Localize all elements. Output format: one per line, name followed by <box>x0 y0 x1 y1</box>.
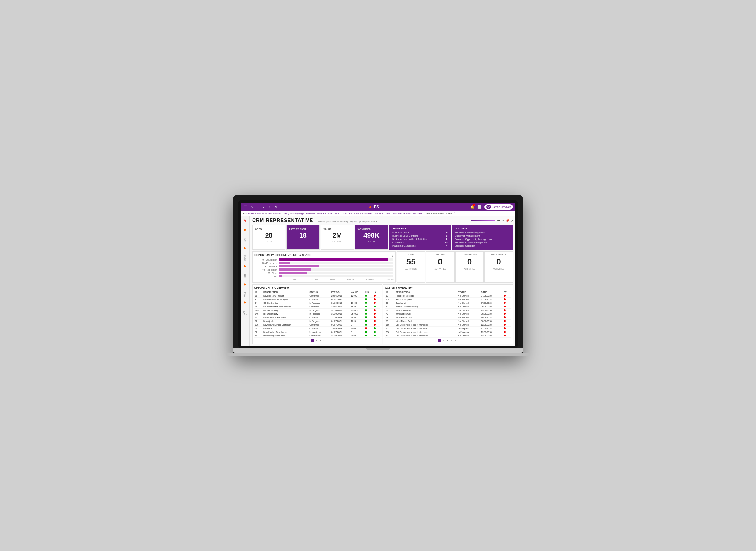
user-menu[interactable]: JG James Greaves <box>484 204 513 210</box>
stat-tomorrows-sub: ACTIVITIES <box>458 268 482 270</box>
sidebar-sol-icon[interactable]: ▶ <box>242 226 249 233</box>
table-row[interactable]: 156 Call Customers to see if interested … <box>385 323 511 327</box>
table-row[interactable]: 304 Send email Not Started 27/08/2018 <box>385 302 511 305</box>
page-next[interactable]: › <box>323 339 324 342</box>
lobby-item-4[interactable]: Business Calendar <box>455 244 510 247</box>
table-row[interactable]: 58 Initial Phone Call Not Started 30/08/… <box>385 316 511 320</box>
table-row[interactable]: 56 Border Inspection post Unconfirmed 31… <box>254 334 380 338</box>
avatar: JG <box>486 204 491 209</box>
lobby-item-3[interactable]: Business Activity Management <box>455 241 510 244</box>
sidebar-apie-label[interactable]: API E... <box>242 308 249 315</box>
kpi-value-sub: PIPELINE <box>324 240 351 242</box>
apage-4[interactable]: 4 <box>450 339 453 342</box>
kpi-opps-sub: PIPELINE <box>255 240 282 242</box>
table-row[interactable]: 41 New Products Required Confirmed 31/10… <box>254 316 380 320</box>
sidebar-work-label[interactable]: Work... <box>242 290 249 297</box>
stat-todays-value: 0 <box>428 257 452 266</box>
table-row[interactable]: 73 Annual Review Meeting Not Started 29/… <box>385 305 511 309</box>
sidebar-indu-icon[interactable]: ▶ <box>242 244 249 251</box>
pin-icon[interactable]: 📌 <box>506 219 509 222</box>
kpi-weighted-label: WEIGHTED <box>358 228 385 230</box>
menu-icon[interactable]: ☰ <box>243 204 248 209</box>
table-row[interactable]: 71 Introduction Call Not Started 29/08/2… <box>385 309 511 312</box>
refresh-icon[interactable]: ↻ <box>273 204 278 209</box>
sidebar-bookmark-icon[interactable]: 🔖 <box>242 217 249 224</box>
summary-row-0: Business Leads9 <box>392 231 448 234</box>
apage-2[interactable]: 2 <box>442 339 445 342</box>
lobby-item-0[interactable]: Business Lead Management <box>455 231 510 234</box>
table-row[interactable]: 145 Bid Opportunity In Progress 31/10/20… <box>254 309 380 312</box>
table-row[interactable]: 157 Call Customers to see if interested … <box>385 327 511 331</box>
refresh-breadcrumb-icon[interactable]: ↻ <box>454 212 456 215</box>
apage-5[interactable]: 5 <box>454 339 457 342</box>
table-row[interactable]: 147 New Distributor Requirement Confirme… <box>254 305 380 309</box>
kpi-value[interactable]: VALUE 2M PIPELINE <box>321 225 354 249</box>
apage-3[interactable]: 3 <box>445 339 448 342</box>
ath-id: ID <box>385 291 395 294</box>
page-2[interactable]: 2 <box>314 339 318 342</box>
stat-next28[interactable]: NEXT 28 DAYS 0 ACTIVITIES <box>484 251 513 283</box>
lobbies-card: LOBBIES Business Lead Management Custome… <box>452 225 513 249</box>
page-1[interactable]: 1 <box>311 339 314 342</box>
bar-row-0: 10 - Qualification <box>254 258 393 261</box>
th-la: LA <box>373 291 380 294</box>
kpi-opps[interactable]: OPPS. 28 PIPELINE <box>252 225 285 249</box>
laptop-base <box>226 353 530 356</box>
table-row[interactable]: 107 Facebook Message Not Started 27/08/2… <box>385 294 511 298</box>
forward-icon[interactable]: › <box>267 204 272 209</box>
lobby-item-1[interactable]: Customer Management <box>455 234 510 237</box>
grid-icon[interactable]: ⊞ <box>255 204 260 209</box>
stat-late[interactable]: LATE 55 ACTIVITIES <box>397 251 425 283</box>
stat-todays[interactable]: TODAYS 0 ACTIVITIES <box>426 251 455 283</box>
main-content: CRM REPRESENTATIVE Main Representative=A… <box>250 216 515 346</box>
screen-icon[interactable]: ⬜ <box>477 204 482 209</box>
bar-row-4: 50 - Close <box>254 272 393 274</box>
table-row[interactable]: 80 New Development Project Confirmed 01/… <box>254 298 380 302</box>
breadcrumb: ● Solution Manager › Configuration › Lob… <box>241 211 515 216</box>
table-row[interactable]: 62 New Quote In Progress 01/07/2021 1013 <box>254 320 380 323</box>
notifications-icon[interactable]: 🔔 2 <box>470 204 475 209</box>
sidebar-work-icon[interactable]: ▶ <box>242 281 249 288</box>
stat-late-label: LATE <box>399 253 423 256</box>
stat-tomorrows[interactable]: TOMORROWS 0 ACTIVITIES <box>455 251 484 283</box>
sidebar-inte-icon[interactable]: ▶ <box>242 262 249 269</box>
table-row[interactable]: 144 Off-Site Service In Progress 31/10/2… <box>254 302 380 305</box>
table-row[interactable]: 136 New Round Single Container Confirmed… <box>254 323 380 327</box>
stat-tomorrows-value: 0 <box>458 257 482 266</box>
table-row[interactable]: 52 New Product Development Unconfirmed 0… <box>254 331 380 334</box>
apage-1[interactable]: 1 <box>438 339 441 342</box>
th-date: EST S/D <box>331 291 350 294</box>
sidebar-inte-label[interactable]: INTE... <box>242 272 249 279</box>
opportunity-table-section: OPPORTUNITY OVERVIEW ID DESCRIPTION STAT… <box>252 285 382 344</box>
ifs-dot: ● <box>369 204 372 210</box>
laptop-bottom <box>233 348 523 353</box>
bottom-row: OPPORTUNITY OVERVIEW ID DESCRIPTION STAT… <box>252 285 513 344</box>
table-row[interactable]: 68 Call Customers to see if interested N… <box>385 334 511 338</box>
chart-section: OPPORTUNITY PIPELINE VALUE BY STAGE ▾ 10… <box>252 251 396 283</box>
expand-icon[interactable]: ⤢ <box>510 219 513 222</box>
chart-collapse-icon[interactable]: ▾ <box>392 254 393 258</box>
table-row[interactable]: 72 Introduction Call Not Started 29/08/2… <box>385 312 511 316</box>
summary-row-3: Customers65 <box>392 241 448 244</box>
kpi-weighted[interactable]: WEIGHTED 498K PIPELINE <box>355 225 388 249</box>
middle-row: OPPORTUNITY PIPELINE VALUE BY STAGE ▾ 10… <box>252 251 513 283</box>
table-row[interactable]: 146 Bid Opportunity In Progress 31/10/20… <box>254 312 380 316</box>
home-icon[interactable]: ⌂ <box>249 204 254 209</box>
notification-badge: 2 <box>473 204 475 206</box>
table-row[interactable]: 59 Initial Phone Call Not Started 30/08/… <box>385 320 511 323</box>
back-icon[interactable]: ‹ <box>261 204 266 209</box>
kpi-value-label: VALUE <box>324 228 351 230</box>
bar-row-2: 30 - Proposal <box>254 265 393 267</box>
sidebar-apie-icon[interactable]: ▶ <box>242 299 249 306</box>
table-row[interactable]: 16 Develop New Product Confirmed 29/06/2… <box>254 294 380 298</box>
lobby-item-2[interactable]: Business Opportunity Management <box>455 238 510 240</box>
table-row[interactable]: 286 Call Customers to see if interested … <box>385 331 511 334</box>
apage-next[interactable]: › <box>458 339 459 342</box>
kpi-late[interactable]: LATE TO SIGN 18 <box>286 225 319 249</box>
table-row[interactable]: 108 Return/Complaint Not Started 27/08/2… <box>385 298 511 302</box>
page-3[interactable]: 3 <box>319 339 322 342</box>
sidebar-indu-label[interactable]: INDU... <box>242 253 249 260</box>
table-row[interactable]: 23 New Line Confirmed 24/09/2018 20000 <box>254 327 380 331</box>
sidebar-sol-label[interactable]: SOL... <box>242 235 249 242</box>
kpi-opps-label: OPPS. <box>255 228 282 230</box>
